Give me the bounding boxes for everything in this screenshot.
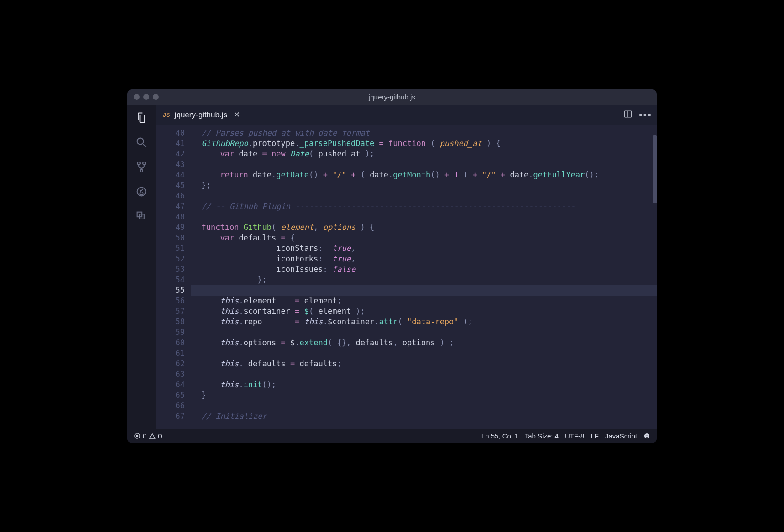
eol[interactable]: LF — [591, 432, 599, 440]
line-number: 55 — [156, 285, 185, 296]
code-line[interactable] — [191, 159, 657, 170]
language-mode[interactable]: JavaScript — [605, 432, 637, 440]
editor-group: JS jquery-github.js ✕ ••• 40414243444546… — [156, 105, 657, 429]
line-number: 64 — [156, 380, 185, 390]
error-icon — [134, 433, 141, 439]
problems-status[interactable]: 0 0 — [134, 432, 162, 440]
code-area[interactable]: // Parses pushed_at with date format Git… — [191, 125, 657, 429]
feedback-icon[interactable] — [643, 433, 650, 439]
split-editor-icon[interactable] — [623, 110, 632, 120]
code-line[interactable]: // Parses pushed_at with date format — [191, 128, 657, 138]
tab-spacer — [247, 105, 623, 125]
code-line[interactable]: this.init(); — [191, 380, 657, 390]
code-line[interactable] — [191, 212, 657, 222]
status-right: Ln 55, Col 1 Tab Size: 4 UTF-8 LF JavaSc… — [481, 432, 650, 440]
line-number: 58 — [156, 317, 185, 327]
line-number: 65 — [156, 390, 185, 401]
explorer-icon[interactable] — [134, 110, 149, 125]
file-type-badge: JS — [163, 112, 170, 118]
tab-bar: JS jquery-github.js ✕ ••• — [156, 105, 657, 125]
line-number: 59 — [156, 327, 185, 338]
code-line[interactable]: }; — [191, 275, 657, 285]
source-control-icon[interactable] — [134, 160, 149, 174]
code-line[interactable] — [191, 327, 657, 338]
line-number: 63 — [156, 369, 185, 380]
line-number: 50 — [156, 233, 185, 243]
code-line[interactable] — [191, 285, 657, 296]
code-line[interactable]: this._defaults = defaults; — [191, 359, 657, 369]
code-line[interactable]: function Github( element, options ) { — [191, 222, 657, 233]
line-number: 62 — [156, 359, 185, 369]
encoding[interactable]: UTF-8 — [565, 432, 585, 440]
code-line[interactable]: }; — [191, 180, 657, 191]
svg-point-14 — [644, 433, 649, 438]
line-number: 57 — [156, 306, 185, 317]
line-number: 54 — [156, 275, 185, 285]
line-number: 61 — [156, 348, 185, 359]
line-number: 67 — [156, 411, 185, 422]
code-line[interactable]: var defaults = { — [191, 233, 657, 243]
line-number: 51 — [156, 243, 185, 254]
close-tab-icon[interactable]: ✕ — [234, 110, 240, 120]
code-line[interactable] — [191, 348, 657, 359]
line-number-gutter: 4041424344454647484950515253545556575859… — [156, 125, 191, 429]
line-number: 48 — [156, 212, 185, 222]
tab-filename: jquery-github.js — [175, 110, 227, 120]
code-line[interactable]: // -- Github Plugin --------------------… — [191, 201, 657, 212]
line-number: 66 — [156, 401, 185, 411]
line-number: 60 — [156, 338, 185, 348]
line-number: 47 — [156, 201, 185, 212]
line-number: 41 — [156, 138, 185, 149]
svg-point-0 — [137, 138, 144, 144]
window-title: jquery-github.js — [369, 93, 415, 101]
line-number: 43 — [156, 159, 185, 170]
warning-icon — [149, 433, 156, 439]
text-editor[interactable]: 4041424344454647484950515253545556575859… — [156, 125, 657, 429]
line-number: 46 — [156, 191, 185, 201]
line-number: 40 — [156, 128, 185, 138]
line-number: 56 — [156, 296, 185, 306]
tab-jquery-github[interactable]: JS jquery-github.js ✕ — [156, 105, 247, 125]
code-line[interactable]: this.options = $.extend( {}, defaults, o… — [191, 338, 657, 348]
more-actions-icon[interactable]: ••• — [639, 109, 652, 121]
search-icon[interactable] — [134, 135, 149, 150]
warning-count: 0 — [158, 432, 162, 440]
code-line[interactable] — [191, 401, 657, 411]
editor-window: jquery-github.js JS — [127, 89, 657, 443]
scrollbar-thumb[interactable] — [653, 135, 657, 203]
code-line[interactable] — [191, 369, 657, 380]
activity-bar — [127, 105, 156, 429]
code-line[interactable]: } — [191, 390, 657, 401]
scrollbar[interactable] — [653, 125, 657, 429]
tab-size[interactable]: Tab Size: 4 — [525, 432, 559, 440]
svg-line-1 — [143, 144, 146, 147]
debug-icon[interactable] — [134, 184, 149, 199]
zoom-window-button[interactable] — [153, 94, 159, 100]
status-left: 0 0 — [134, 432, 162, 440]
error-count: 0 — [143, 432, 146, 440]
code-line[interactable] — [191, 191, 657, 201]
workbench-body: JS jquery-github.js ✕ ••• 40414243444546… — [127, 105, 657, 429]
code-line[interactable]: return date.getDate() + "/" + ( date.get… — [191, 170, 657, 180]
status-bar: 0 0 Ln 55, Col 1 Tab Size: 4 UTF-8 LF Ja… — [127, 429, 657, 443]
tab-actions: ••• — [623, 105, 652, 125]
svg-point-2 — [137, 162, 140, 165]
code-line[interactable]: this.repo = this.$container.attr( "data-… — [191, 317, 657, 327]
minimize-window-button[interactable] — [143, 94, 149, 100]
code-line[interactable]: iconStars: true, — [191, 243, 657, 254]
line-number: 45 — [156, 180, 185, 191]
cursor-position[interactable]: Ln 55, Col 1 — [481, 432, 518, 440]
svg-point-15 — [646, 435, 647, 436]
code-line[interactable]: this.$container = $( element ); — [191, 306, 657, 317]
code-line[interactable]: iconForks: true, — [191, 254, 657, 264]
code-line[interactable]: var date = new Date( pushed_at ); — [191, 149, 657, 159]
svg-point-16 — [648, 435, 648, 436]
svg-point-4 — [140, 169, 143, 172]
close-window-button[interactable] — [134, 94, 140, 100]
code-line[interactable]: // Initializer — [191, 411, 657, 422]
code-line[interactable]: GithubRepo.prototype._parsePushedDate = … — [191, 138, 657, 149]
code-line[interactable]: iconIssues: false — [191, 264, 657, 275]
extensions-icon[interactable] — [134, 209, 149, 224]
titlebar: jquery-github.js — [127, 89, 657, 105]
code-line[interactable]: this.element = element; — [191, 296, 657, 306]
